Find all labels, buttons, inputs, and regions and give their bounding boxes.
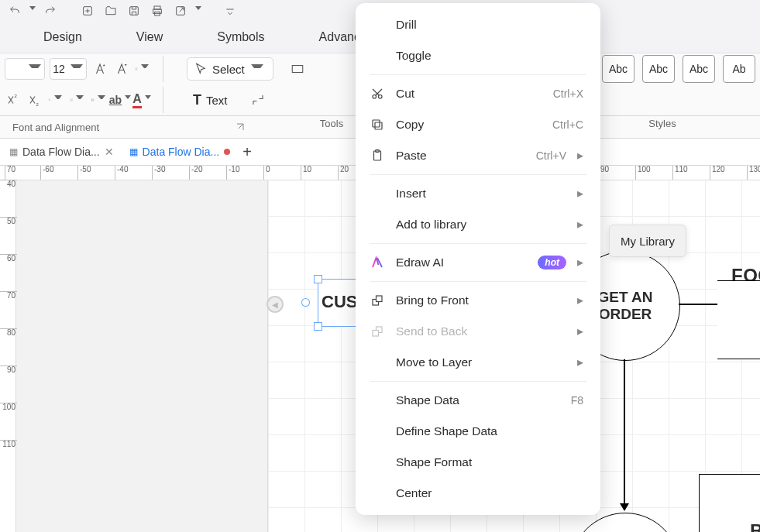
context-menu-paste[interactable]: PasteCtrl+V▸ <box>356 140 600 171</box>
submenu-add-to-library: My Library <box>609 225 686 257</box>
hot-badge: hot <box>538 256 566 269</box>
subscript-icon[interactable]: 2 <box>26 91 43 108</box>
ruler-tick: 70 <box>0 291 17 300</box>
svg-rect-21 <box>373 331 379 337</box>
context-menu-cut[interactable]: CutCtrl+X <box>356 78 600 109</box>
unsaved-dot-icon <box>224 149 230 155</box>
shortcut-label: Ctrl+X <box>553 88 583 100</box>
menu-design[interactable]: Design <box>43 30 82 44</box>
arrow-head-icon <box>620 503 629 511</box>
ruler-tick: 80 <box>0 328 17 337</box>
svg-rect-6 <box>292 66 303 73</box>
process-node-lower[interactable] <box>570 513 680 532</box>
ruler-tick: -30 <box>152 166 165 180</box>
undo-icon[interactable] <box>5 2 25 19</box>
redo-icon[interactable] <box>40 2 60 19</box>
front-icon <box>370 293 385 308</box>
ruler-tick: 100 <box>635 166 651 180</box>
text-bil[interactable]: BIL <box>750 520 760 532</box>
decrease-font-icon[interactable] <box>113 60 130 77</box>
ruler-tick: 50 <box>0 217 17 225</box>
svg-point-9 <box>92 99 93 100</box>
style-tile[interactable]: Ab <box>723 55 755 83</box>
font-size-combo[interactable]: 12 <box>50 58 87 80</box>
export-icon[interactable] <box>170 2 191 19</box>
blank-icon <box>370 393 385 408</box>
new-file-icon[interactable] <box>77 2 98 19</box>
context-menu-center[interactable]: Center <box>356 478 600 509</box>
file-icon: ▦ <box>9 146 18 157</box>
document-tab[interactable]: ▦Data Flow Dia... <box>123 142 237 161</box>
context-menu-drill[interactable]: Drill <box>356 9 600 40</box>
style-tile[interactable]: Abc <box>642 55 675 83</box>
context-item-label: Bring to Front <box>396 293 566 307</box>
ruler-tick: 10 <box>301 166 311 180</box>
save-icon[interactable] <box>124 2 144 19</box>
submenu-item-my-library[interactable]: My Library <box>621 235 675 248</box>
submenu-arrow-icon: ▸ <box>577 256 583 269</box>
align-menu-icon[interactable] <box>135 60 152 77</box>
context-menu-toggle[interactable]: Toggle <box>356 40 600 71</box>
svg-rect-15 <box>373 120 380 127</box>
text-formatting-icon[interactable]: ab <box>113 91 130 108</box>
print-icon[interactable] <box>147 2 167 19</box>
line-spacing-icon[interactable] <box>70 91 87 108</box>
context-item-label: Move to Layer <box>396 355 566 369</box>
select-tool-button[interactable]: Select <box>187 57 273 81</box>
font-family-combo[interactable] <box>5 58 45 80</box>
nav-hint-icon[interactable]: ◀ <box>267 296 284 313</box>
font-color-icon[interactable]: A <box>135 91 152 108</box>
ruler-tick: 130 <box>747 166 760 180</box>
svg-rect-19 <box>377 296 383 302</box>
ai-icon <box>370 255 385 270</box>
add-tab-button[interactable]: + <box>239 144 255 160</box>
blank-icon <box>370 486 385 501</box>
vertical-ruler: 405060708090100110 <box>0 180 16 532</box>
context-menu-insert[interactable]: Insert▸ <box>356 178 600 209</box>
back-icon <box>370 324 385 339</box>
svg-text:2: 2 <box>15 94 18 98</box>
context-menu-shape-format[interactable]: Shape Format <box>356 447 600 478</box>
context-menu-addlib[interactable]: Add to library▸ <box>356 209 600 240</box>
group-styles-label: Styles <box>648 118 676 129</box>
cut-icon <box>370 86 385 101</box>
ruler-tick: 110 <box>0 440 17 448</box>
ruler-tick: 110 <box>672 166 688 180</box>
customize-qat-icon[interactable] <box>220 2 240 19</box>
export-dropdown[interactable] <box>194 2 203 19</box>
case-icon[interactable] <box>48 91 65 108</box>
context-menu-copy[interactable]: CopyCtrl+C <box>356 109 600 140</box>
context-menu-shape-data[interactable]: Shape DataF8 <box>356 385 600 416</box>
connector-tool-icon[interactable] <box>249 91 267 108</box>
document-tab[interactable]: ▦Data Flow Dia...✕ <box>3 142 120 161</box>
context-menu-edraw-ai[interactable]: Edraw AIhot▸ <box>356 247 600 278</box>
expand-icon[interactable] <box>236 122 245 132</box>
bullet-list-icon[interactable] <box>91 91 108 108</box>
menu-symbols[interactable]: Symbols <box>217 30 264 44</box>
context-menu-move-layer[interactable]: Move to Layer▸ <box>356 347 600 378</box>
style-tile[interactable]: Abc <box>602 55 634 83</box>
text-tool-button[interactable]: T Text <box>187 89 234 111</box>
ruler-tick: 60 <box>0 254 17 263</box>
group-font-label: Font and Alignment <box>12 122 99 133</box>
rectangle-tool-icon[interactable] <box>289 60 306 77</box>
context-menu-bring-front[interactable]: Bring to Front▸ <box>356 285 600 316</box>
tab-title: Data Flow Dia... <box>143 146 220 158</box>
ruler-tick: 120 <box>710 166 725 180</box>
context-menu-define-shape[interactable]: Define Shape Data <box>356 416 600 447</box>
context-item-label: Toggle <box>396 49 583 63</box>
close-tab-button[interactable]: ✕ <box>105 146 114 158</box>
connector-arrow[interactable] <box>624 359 625 506</box>
blank-icon <box>370 186 385 201</box>
open-folder-icon[interactable] <box>101 2 121 19</box>
external-entity-right[interactable] <box>717 280 760 359</box>
menu-view[interactable]: View <box>136 30 163 44</box>
ruler-tick: -20 <box>189 166 202 180</box>
context-menu: DrillToggleCutCtrl+XCopyCtrl+CPasteCtrl+… <box>356 3 600 515</box>
undo-dropdown[interactable] <box>28 2 37 19</box>
style-tile[interactable]: Abc <box>683 55 715 83</box>
increase-font-icon[interactable] <box>91 60 108 77</box>
superscript-icon[interactable]: 2 <box>5 91 22 108</box>
submenu-arrow-icon: ▸ <box>577 218 583 232</box>
file-icon: ▦ <box>129 146 138 157</box>
